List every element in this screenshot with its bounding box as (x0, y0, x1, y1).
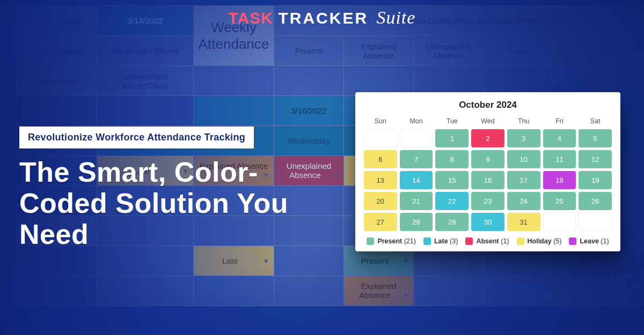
calendar-cell-15: 15 (435, 171, 469, 189)
dow-wed: Wed (471, 116, 504, 126)
logo-task: TASK (229, 9, 273, 27)
calendar-legend: Present (21)Late (3)Absent (1)Holiday (5… (364, 237, 612, 245)
cell-late-3: Late (194, 246, 274, 276)
calendar-cell-26: 26 (579, 192, 612, 210)
dow-sat: Sat (579, 116, 612, 126)
legend-swatch-present (367, 237, 374, 245)
calendar-cell-9: 9 (471, 150, 504, 168)
calendar-cell-27: 27 (364, 213, 397, 231)
calendar-cell-8: 8 (435, 150, 469, 168)
calendar-cell-29: 29 (435, 213, 469, 231)
dow-sun: Sun (364, 116, 397, 126)
calendar-cell-empty (579, 213, 612, 231)
day-wed: Wednesday (274, 126, 344, 156)
dow-tue: Tue (435, 116, 469, 126)
calendar-cell-12: 12 (579, 150, 612, 168)
calendar-cell-23: 23 (471, 192, 504, 210)
dow-mon: Mon (400, 116, 433, 126)
value-class: SpreadSheet MasterClass (97, 66, 194, 96)
calendar-cell-21: 21 (400, 192, 433, 210)
calendar-dow-row: SunMonTueWedThuFriSat (364, 116, 612, 126)
code-early-leaver: Early Leaver (553, 36, 645, 66)
legend-label-holiday: Holiday (5) (528, 237, 562, 245)
calendar-cell-24: 24 (507, 192, 540, 210)
legend-swatch-late (423, 237, 431, 245)
legend-swatch-leave (569, 237, 576, 245)
calendar-cell-6: 6 (364, 150, 397, 168)
calendar-cell-20: 20 (364, 192, 397, 210)
dow-fri: Fri (543, 116, 576, 126)
calendar-cell-17: 17 (507, 171, 540, 189)
calendar-title: October 2024 (364, 100, 612, 110)
code-late: Late (484, 36, 553, 66)
calendar-cell-22: 22 (435, 192, 469, 210)
headline: The Smart, Color-Coded Solution You Need (19, 157, 343, 250)
promo-stage: Week Starting 3/14/2022 Weekly Attendanc… (0, 0, 644, 335)
calendar-cell-empty (400, 129, 433, 147)
calendar-cell-empty (543, 213, 576, 231)
calendar-cell-7: 7 (400, 150, 433, 168)
legend-leave: Leave (1) (569, 237, 609, 245)
calendar-cell-28: 28 (400, 213, 433, 231)
legend-swatch-absent (465, 237, 473, 245)
dow-thu: Thu (507, 116, 540, 126)
code-unexplained: Unexplained Absence (414, 36, 484, 66)
calendar-cell-2: 2 (471, 129, 504, 147)
label-teacher: Teacher Name (17, 36, 97, 66)
brand-logo: TASK TRACKER Suite (0, 8, 644, 28)
calendar-cell-13: 13 (364, 171, 397, 189)
calendar-cell-10: 10 (507, 150, 540, 168)
legend-swatch-holiday (517, 237, 524, 245)
legend-absent: Absent (1) (465, 237, 509, 245)
legend-label-absent: Absent (1) (476, 237, 509, 245)
calendar-cell-14: 14 (400, 171, 433, 189)
calendar-cell-25: 25 (543, 192, 576, 210)
legend-label-present: Present (21) (377, 237, 416, 245)
legend-holiday: Holiday (5) (517, 237, 562, 245)
legend-late: Late (3) (423, 237, 458, 245)
legend-label-leave: Leave (1) (580, 237, 609, 245)
calendar-cell-30: 30 (471, 213, 504, 231)
code-present: Present (274, 36, 344, 66)
legend-label-late: Late (3) (434, 237, 458, 245)
calendar-cell-5: 5 (579, 129, 612, 147)
calendar-cell-11: 11 (543, 150, 576, 168)
cell-one-2: 1 (612, 276, 645, 306)
date-0: 3/16/2022 (274, 96, 344, 126)
code-explained: Explained Absence (344, 36, 414, 66)
calendar-cell-empty (364, 129, 397, 147)
eyebrow-pill: Revolutionize Workforce Attendance Track… (19, 126, 254, 148)
legend-present: Present (21) (367, 237, 416, 245)
logo-suite: Suite (376, 8, 415, 27)
calendar-cell-4: 4 (543, 129, 576, 147)
calendar-cell-31: 31 (507, 213, 540, 231)
calendar-cell-16: 16 (471, 171, 504, 189)
calendar-cell-1: 1 (435, 129, 469, 147)
cell-explained-2: Explained Absence (344, 276, 414, 306)
calendar-cell-19: 19 (579, 171, 612, 189)
logo-tracker: TRACKER (278, 9, 368, 27)
calendar-card: October 2024 SunMonTueWedThuFriSat 12345… (355, 92, 620, 251)
calendar-cell-3: 3 (507, 129, 540, 147)
calendar-grid: 1234567891011121314151617181920212223242… (364, 129, 612, 231)
label-class: Class Name (17, 66, 97, 96)
value-teacher: Ms. Google Sheets (97, 36, 194, 66)
calendar-cell-18: 18 (543, 171, 576, 189)
